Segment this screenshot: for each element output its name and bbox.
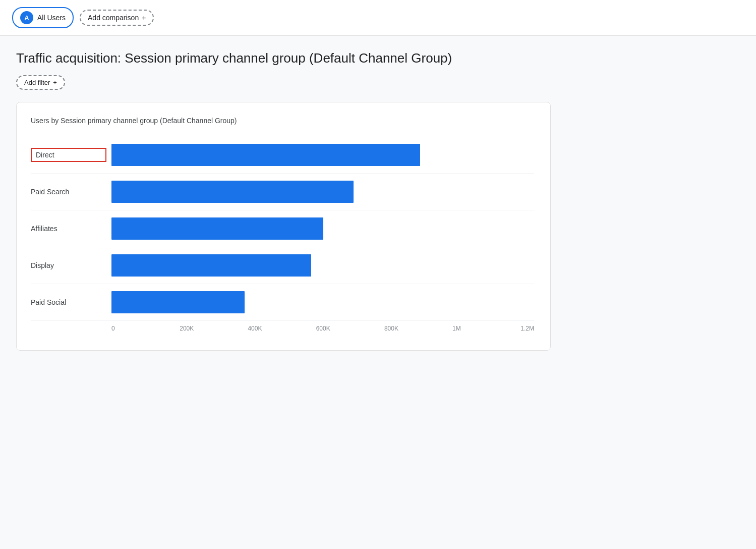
all-users-avatar: A	[20, 11, 33, 24]
page-title: Traffic acquisition: Session primary cha…	[16, 50, 740, 67]
chart-card: Users by Session primary channel group (…	[16, 102, 551, 351]
x-axis-tick: 1.2M	[520, 325, 534, 332]
bar-label: Paid Search	[31, 188, 111, 196]
chart-title: Users by Session primary channel group (…	[31, 117, 534, 125]
x-axis-tick: 200K	[180, 325, 248, 332]
add-comparison-plus-icon: +	[142, 14, 146, 22]
bar-row[interactable]: Display	[31, 247, 534, 284]
x-axis-tick: 0	[111, 325, 180, 332]
bar-label: Affiliates	[31, 225, 111, 233]
bar	[111, 144, 420, 166]
bar-row[interactable]: Paid Social	[31, 284, 534, 321]
x-axis-tick: 1M	[452, 325, 520, 332]
add-comparison-chip[interactable]: Add comparison +	[80, 10, 154, 26]
all-users-chip[interactable]: A All Users	[12, 7, 74, 28]
bar-row[interactable]: Direct	[31, 137, 534, 174]
x-axis: 0200K400K600K800K1M1.2M	[111, 325, 534, 336]
bar-container	[111, 179, 534, 205]
x-axis-tick: 400K	[248, 325, 316, 332]
x-axis-tick: 600K	[316, 325, 384, 332]
bar	[111, 291, 245, 313]
add-filter-chip[interactable]: Add filter +	[16, 75, 65, 90]
page-content: Traffic acquisition: Session primary cha…	[0, 36, 756, 365]
add-comparison-label: Add comparison	[88, 14, 139, 22]
bar-label: Direct	[31, 148, 106, 162]
bar	[111, 217, 323, 240]
bar-container	[111, 289, 534, 315]
bar-label: Display	[31, 261, 111, 269]
add-filter-label: Add filter	[24, 79, 50, 86]
bars-section: DirectPaid SearchAffiliatesDisplayPaid S…	[31, 137, 534, 321]
bar-row[interactable]: Paid Search	[31, 174, 534, 210]
chart-inner: DirectPaid SearchAffiliatesDisplayPaid S…	[31, 137, 534, 336]
bar	[111, 254, 311, 277]
bar-container	[111, 215, 534, 242]
bar-label: Paid Social	[31, 298, 111, 306]
x-axis-tick: 800K	[384, 325, 452, 332]
bar-row[interactable]: Affiliates	[31, 210, 534, 247]
all-users-label: All Users	[37, 14, 66, 22]
top-bar: A All Users Add comparison +	[0, 0, 756, 36]
bar	[111, 181, 354, 203]
add-filter-plus-icon: +	[53, 79, 57, 86]
bar-container	[111, 142, 534, 168]
bar-container	[111, 252, 534, 279]
